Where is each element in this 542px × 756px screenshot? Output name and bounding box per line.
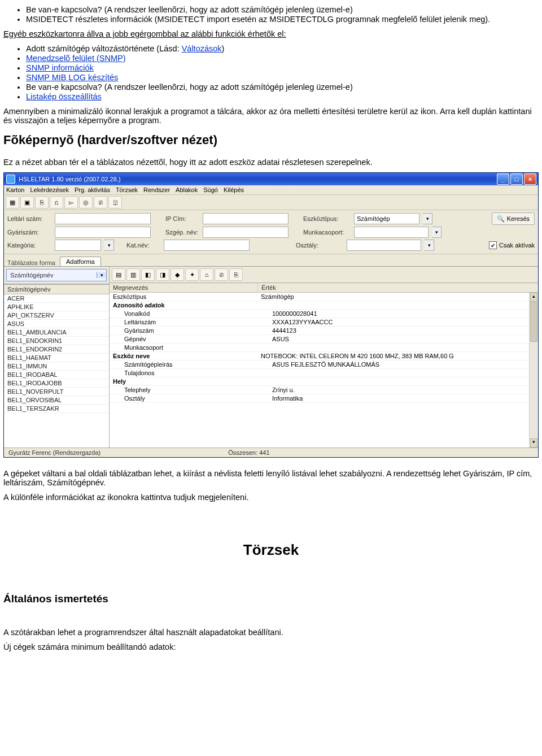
checkbox-csak-aktivak[interactable]: ✔ [489,241,497,249]
list-item[interactable]: ACER [4,294,109,303]
col-ertek[interactable]: Érték [258,283,538,292]
cell-key: Azonosító adatok [110,301,257,309]
input-osztaly[interactable] [347,240,421,251]
menu-karton[interactable]: Karton [6,186,24,193]
list-item[interactable]: BEL1_TERSZAKR [4,405,109,413]
list-item[interactable]: APHLIKE [4,303,109,311]
detail-tool-1[interactable]: ▤ [112,268,125,281]
cell-key: Osztály [110,394,269,402]
cell-value: ASUS [269,335,538,343]
context-menu-list: Adott számítógép változástörténete (Lásd… [3,44,539,101]
toolbar-btn-4[interactable]: ⎌ [50,196,63,208]
scrollbar-vertical[interactable]: ▴ ▾ [529,293,538,447]
col-megnevezes[interactable]: Megnevezés [110,283,258,292]
cell-key: Eszköztípus [110,293,257,301]
window-title: HSLELTAR 1.80 verzió (2007.02.28.) [19,176,121,183]
sort-combo[interactable]: Számítógépnév ▾ [6,269,107,281]
list-item[interactable]: BEL1_ORVOSIBAL [4,396,109,405]
table-row[interactable]: LeltáriszámXXXA123YYYAACCC [110,318,538,327]
cell-key: Telephely [110,386,269,394]
toolbar-btn-8[interactable]: ⍰ [108,196,122,208]
toolbar-btn-5[interactable]: ▻ [64,196,78,208]
list-item[interactable]: ASUS [4,320,109,328]
input-szgepnev[interactable] [203,227,289,238]
input-ip[interactable] [203,213,289,224]
list-item[interactable]: BEL1_NOVERPULT [4,388,109,396]
detail-tool-7[interactable]: ⌂ [200,268,213,281]
tab-tablazatos[interactable]: Táblázatos forma [7,259,55,266]
input-katnev[interactable] [164,240,250,251]
detail-tool-4[interactable]: ◨ [156,268,169,281]
list-item[interactable]: BEL1_IRODABAL [4,371,109,379]
table-row[interactable]: Eszköz neveNOTEBOOK: INTEL CELERON M 420… [110,352,538,360]
toolbar-btn-7[interactable]: ⎚ [94,196,107,208]
maximize-button[interactable]: □ [510,173,523,185]
table-row[interactable]: Munkacsoport [110,344,538,352]
input-gyariszam[interactable] [55,227,151,238]
table-row[interactable]: Vonalkód1000000028041 [110,310,538,318]
menu-prg-aktivitas[interactable]: Prg. aktivitás [75,186,110,193]
list-item[interactable]: BEL1_ENDOKRIN2 [4,345,109,354]
app-icon [6,175,15,184]
input-leltari[interactable] [55,213,151,224]
menu-lekerdezesek[interactable]: Lekérdezések [30,186,69,193]
link-snmp-info[interactable]: SNMP információk [26,63,94,72]
table-row[interactable]: Hely [110,377,538,386]
scroll-down-icon[interactable]: ▾ [530,438,537,447]
link-snmp-manage[interactable]: Menedzselõ felület (SNMP) [26,54,126,63]
list-item[interactable]: BEL1_HAEMAT [4,354,109,362]
menu-sugo[interactable]: Súgó [203,186,218,193]
table-row[interactable]: Tulajdonos [110,369,538,377]
list-item[interactable]: BEL1_AMBULANCIA [4,328,109,337]
list-item: Be van-e kapcsolva? (A rendszer leellenõ… [26,5,539,14]
dropdown-icon[interactable]: ▾ [104,240,114,251]
link-listakep[interactable]: Listakép összeállítás [26,92,102,101]
table-row[interactable]: GépnévASUS [110,335,538,344]
detail-tool-3[interactable]: ◧ [141,268,155,281]
status-count: Összesen: 441 [228,449,269,456]
scroll-thumb[interactable] [530,301,537,342]
minimize-button[interactable]: _ [497,173,509,185]
table-row[interactable]: EszköztípusSzámítógép [110,293,538,301]
toolbar-btn-1[interactable]: ▦ [6,196,19,208]
sort-combo-value: Számítógépnév [7,272,56,279]
detail-tool-2[interactable]: ▥ [126,268,140,281]
paragraph-ujceg: Új cégek számára minimum beállítandó ada… [3,642,539,651]
toolbar-btn-6[interactable]: ◎ [79,196,93,208]
table-row[interactable]: Gyáriszám4444123 [110,327,538,335]
scroll-up-icon[interactable]: ▴ [530,293,537,302]
list-item[interactable]: BEL1_ENDOKRIN1 [4,337,109,345]
tab-adatforma[interactable]: Adatforma [60,257,101,266]
close-button[interactable]: × [524,173,536,185]
input-kategoria[interactable] [55,240,101,251]
table-row[interactable]: Azonosító adatok [110,301,538,310]
detail-tool-6[interactable]: ✦ [185,268,199,281]
table-row[interactable]: SzámítógépleírásASUS FEJLESZTŐ MUNKAÁLLO… [110,360,538,369]
dropdown-icon[interactable]: ▾ [425,240,434,251]
list-col-header[interactable]: Számítógépnév [4,285,109,294]
input-munkacsoport[interactable] [354,227,429,238]
detail-tool-9[interactable]: ⎘ [229,268,243,281]
menu-ablakok[interactable]: Ablakok [176,186,198,193]
table-row[interactable]: OsztályInformatika [110,394,538,403]
toolbar-btn-3[interactable]: ⎘ [35,196,49,208]
dropdown-icon[interactable]: ▾ [432,227,442,238]
cell-value: Számítógép [257,293,538,301]
search-button[interactable]: 🔍 Keresés [492,212,535,225]
search-label: Keresés [507,215,530,222]
menu-rendszer[interactable]: Rendszer [143,186,170,193]
list-item: MSIDETECT részletes információk (MSIDETE… [26,15,539,24]
detail-tool-5[interactable]: ◆ [171,268,184,281]
detail-tool-8[interactable]: ⎚ [215,268,228,281]
list-item[interactable]: BEL1_IMMUN [4,362,109,371]
select-eszkoztipus[interactable]: Számítógép [354,213,419,224]
link-snmp-mib-log[interactable]: SNMP MIB LOG készítés [26,73,118,82]
link-valtozasok[interactable]: Változások [182,44,222,53]
table-row[interactable]: TelephelyZrínyi u. [110,386,538,394]
toolbar-btn-2[interactable]: ▣ [20,196,34,208]
list-item[interactable]: API_OKTSZERV [4,311,109,320]
menu-torzsek[interactable]: Törzsek [116,186,138,193]
list-item[interactable]: BEL1_IRODAJOBB [4,379,109,388]
dropdown-icon[interactable]: ▾ [423,213,432,224]
menu-kilepes[interactable]: Kilépés [224,186,244,193]
